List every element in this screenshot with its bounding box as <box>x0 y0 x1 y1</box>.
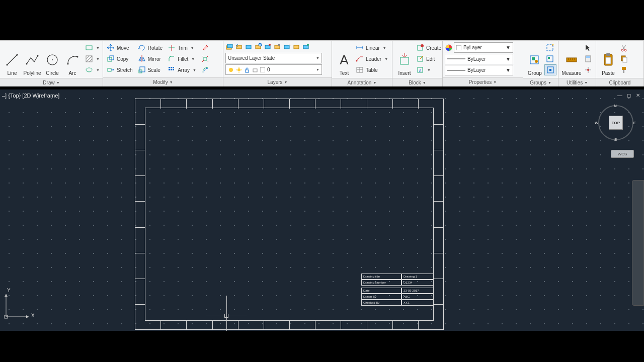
match-button[interactable] <box>618 64 629 75</box>
viewport-minimize-icon[interactable]: — <box>617 93 623 98</box>
viewcube-north: N <box>614 104 617 108</box>
panel-properties-title-label: Properties <box>469 79 492 85</box>
measure-label: Measure <box>562 70 582 76</box>
attribute-icon: A <box>416 66 424 74</box>
modify-trim-button[interactable]: Trim▼ <box>166 42 198 53</box>
navigation-bar[interactable] <box>632 180 644 306</box>
polyline-icon <box>25 50 39 69</box>
panel-utilities-title[interactable]: Utilities▼ <box>558 78 596 86</box>
panel-layers: Unsaved Layer State▼ 0 ▼ Layers▼ <box>223 41 332 86</box>
dimension-icon <box>356 44 364 52</box>
draw-line-button[interactable]: Line <box>2 42 22 77</box>
modify-move-button[interactable]: Move <box>105 42 134 53</box>
viewcube-top-face[interactable]: TOP <box>609 116 623 130</box>
layer-off-icon[interactable] <box>264 43 272 51</box>
modify-explode-button[interactable] <box>200 53 211 64</box>
modify-copy-button[interactable]: Copy <box>105 53 134 64</box>
layer-manager-icon3[interactable] <box>302 43 310 51</box>
line-icon <box>5 50 19 69</box>
linetype-combo[interactable]: ByLayer▼ <box>445 65 513 75</box>
match-prop-icon[interactable] <box>445 44 453 52</box>
fillet-label: Fillet <box>178 56 188 62</box>
block-edit-button[interactable]: Edit <box>415 53 443 64</box>
block-insert-button[interactable]: Insert <box>394 42 415 77</box>
layer-current-combo[interactable]: 0 ▼ <box>225 64 322 75</box>
paste-label: Paste <box>602 70 615 76</box>
layer-isolate-icon[interactable] <box>245 43 253 51</box>
annotation-linear-button[interactable]: Linear▼ <box>354 42 389 53</box>
modify-erase-button[interactable] <box>200 42 211 53</box>
view-cube[interactable]: TOP N S E W <box>598 105 634 141</box>
quick-calc-button[interactable] <box>583 53 594 64</box>
modify-stretch-button[interactable]: Stretch <box>105 64 134 75</box>
viewport-close-icon[interactable]: ✕ <box>635 93 641 98</box>
modify-rotate-button[interactable]: Rotate <box>136 42 164 53</box>
tb-date-value: 23-03-2017 <box>401 288 434 294</box>
layer-manager-icon1[interactable] <box>283 43 291 51</box>
panel-block: Insert Create Edit A▼ Block▼ <box>392 41 443 86</box>
modify-scale-button[interactable]: Scale <box>136 64 164 75</box>
panel-modify-title[interactable]: Modify▼ <box>103 77 223 86</box>
draw-polyline-button[interactable]: Polyline <box>22 42 42 77</box>
draw-rectangle-button[interactable]: ▼ <box>84 42 101 53</box>
erase-icon <box>201 44 209 52</box>
wcs-badge[interactable]: WCS <box>611 150 634 158</box>
layer-match-icon[interactable] <box>225 43 233 51</box>
svg-rect-54 <box>246 70 249 72</box>
viewcube-west: W <box>595 121 599 125</box>
panel-properties-title[interactable]: Properties▼ <box>443 77 523 86</box>
svg-point-6 <box>52 59 53 60</box>
copy-clip-button[interactable] <box>618 53 629 64</box>
annotation-text-button[interactable]: A Text <box>334 42 354 77</box>
ucs-x-label: X <box>31 313 35 318</box>
svg-point-40 <box>269 44 271 46</box>
block-attribute-button[interactable]: A▼ <box>415 64 443 75</box>
measure-button[interactable]: Measure <box>560 42 583 77</box>
panel-draw-title[interactable]: Draw▼ <box>0 78 103 86</box>
svg-rect-36 <box>246 45 251 49</box>
panel-block-title[interactable]: Block▼ <box>392 78 442 86</box>
point-button[interactable] <box>583 64 594 75</box>
annotation-leader-button[interactable]: Leader▼ <box>354 53 389 64</box>
tb-checked-value: XYZ <box>401 300 434 306</box>
panel-groups-title-label: Groups <box>530 80 546 85</box>
lineweight-combo[interactable]: ByLayer▼ <box>445 54 513 64</box>
group-button[interactable]: Group <box>525 42 544 77</box>
drawing-viewport[interactable]: –] {Top} [2D Wireframe] — ◻ ✕ Drawing ti… <box>0 89 644 331</box>
draw-hatch-button[interactable]: ▼ <box>84 53 101 64</box>
layer-state-value: Unsaved Layer State <box>228 55 275 61</box>
leader-label: Leader <box>366 56 381 62</box>
modify-array-button[interactable]: Array▼ <box>166 64 198 75</box>
group-select-button[interactable] <box>544 64 556 75</box>
layer-freeze-icon[interactable] <box>254 43 262 51</box>
block-create-button[interactable]: Create <box>415 42 443 53</box>
layer-manager-icon2[interactable] <box>292 43 300 51</box>
panel-layers-title[interactable]: Layers▼ <box>223 77 332 86</box>
edit-block-icon <box>416 55 424 63</box>
tb-date-label: Date <box>361 288 401 294</box>
select-all-button[interactable] <box>583 42 594 53</box>
layer-state-combo[interactable]: Unsaved Layer State▼ <box>225 53 322 63</box>
color-combo[interactable]: ByLayer▼ <box>454 42 513 53</box>
ungroup-button[interactable] <box>544 42 556 53</box>
annotation-table-button[interactable]: Table <box>354 64 389 75</box>
layer-lock-icon[interactable] <box>273 43 281 51</box>
modify-mirror-button[interactable]: Mirror <box>136 53 164 64</box>
draw-arc-button[interactable]: Arc <box>62 42 83 77</box>
draw-ellipse-button[interactable]: ▼ <box>84 64 101 75</box>
panel-groups-title[interactable]: Groups▼ <box>523 78 558 86</box>
panel-annotation-title[interactable]: Annotation▼ <box>332 78 392 86</box>
svg-rect-34 <box>227 44 232 48</box>
svg-point-14 <box>86 68 92 72</box>
paste-button[interactable]: Paste <box>598 42 618 77</box>
draw-circle-button[interactable]: Circle <box>42 42 62 77</box>
viewport-maximize-icon[interactable]: ◻ <box>626 93 632 98</box>
layer-previous-icon[interactable] <box>235 43 243 51</box>
cut-button[interactable] <box>618 42 629 53</box>
create-label: Create <box>426 45 441 51</box>
modify-fillet-button[interactable]: Fillet▼ <box>166 53 198 64</box>
modify-offset-button[interactable] <box>200 64 211 75</box>
view-label[interactable]: –] {Top} [2D Wireframe] <box>2 93 59 99</box>
group-edit-button[interactable] <box>544 53 556 64</box>
svg-point-47 <box>307 44 309 46</box>
